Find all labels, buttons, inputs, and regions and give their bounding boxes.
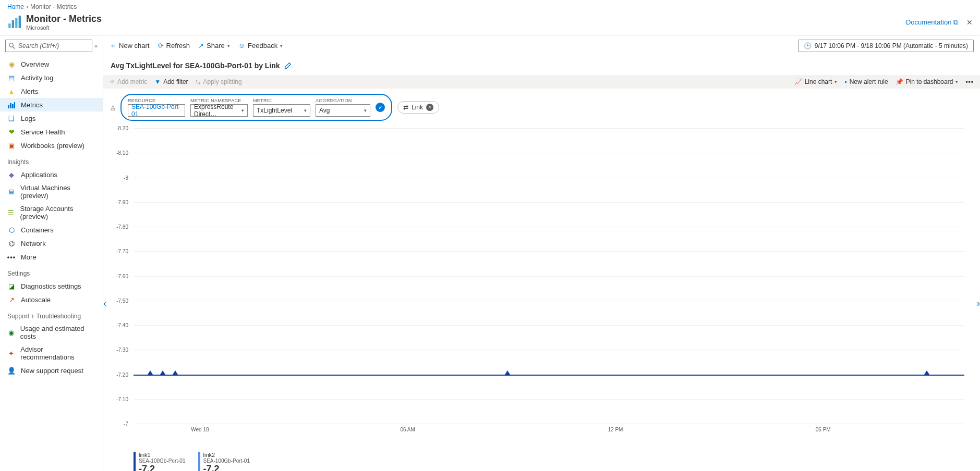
pin-icon: 📌 [896, 78, 903, 85]
sidebar-item-activity-log[interactable]: ▤Activity log [0, 71, 103, 84]
usage-icon: ◉ [7, 328, 15, 337]
sidebar-section-support: Support + Troubleshooting [0, 306, 103, 322]
sidebar-item-network[interactable]: ⌬Network [0, 237, 103, 250]
sidebar-item-new-support[interactable]: 👤New support request [0, 364, 103, 377]
sidebar-item-label: Applications [21, 171, 57, 179]
sidebar-item-autoscale[interactable]: ↗Autoscale [0, 293, 103, 306]
filter-label: Link [412, 104, 423, 111]
support-request-icon: 👤 [7, 366, 16, 375]
more-options-button[interactable]: ••• [965, 78, 974, 85]
sidebar-item-overview[interactable]: ◉Overview [0, 57, 103, 71]
sidebar-item-vms[interactable]: 🖥Virtual Machines (preview) [0, 181, 103, 202]
namespace-dropdown[interactable]: ExpressRoute Direct…▾ [190, 104, 248, 117]
resource-dropdown[interactable]: SEA-100Gb-Port-01 [128, 104, 185, 117]
search-input[interactable]: Search (Ctrl+/) [5, 40, 92, 52]
chevron-down-icon: ▾ [834, 79, 837, 84]
diagnostics-icon: ◪ [7, 282, 16, 290]
aggregation-label: Aggregation [316, 98, 370, 103]
data-marker [173, 370, 178, 375]
sidebar-item-containers[interactable]: ⬡Containers [0, 223, 103, 237]
sidebar-section-insights: Insights [0, 152, 103, 168]
button-label: Share [207, 42, 225, 49]
sidebar-item-alerts[interactable]: ▲Alerts [0, 84, 103, 98]
x-tick-label: Wed 18 [191, 427, 209, 432]
sidebar-item-advisor[interactable]: ✦Advisor recommendations [0, 343, 103, 364]
y-tick-label: -7.60 [116, 273, 128, 279]
sidebar-item-diagnostics[interactable]: ◪Diagnostics settings [0, 279, 103, 293]
more-icon: ••• [7, 253, 16, 261]
chevron-down-icon: ▾ [955, 79, 958, 84]
x-tick-label: 06 AM [401, 427, 415, 432]
y-axis-labels: -8.20-8.10-8-7.90-7.80-7.70-7.60-7.50-7.… [114, 128, 130, 424]
chevron-down-icon: ▾ [227, 43, 230, 48]
sidebar-item-more[interactable]: •••More [0, 250, 103, 264]
chart-plot[interactable] [134, 128, 964, 424]
activity-log-icon: ▤ [7, 73, 16, 82]
sidebar-item-label: Network [21, 240, 46, 247]
legend-item-link1[interactable]: link1 SEA-100Gb-Port-01 -7.2 [134, 452, 186, 471]
chart-prev-button[interactable]: ‹ [101, 295, 108, 311]
button-label: Line chart [805, 78, 832, 85]
metric-dropdown[interactable]: TxLightLevel▾ [253, 104, 310, 117]
feedback-icon: ☺ [238, 42, 245, 49]
button-label: Pin to dashboard [906, 78, 953, 85]
gridline [134, 301, 964, 301]
vm-icon: 🖥 [7, 188, 15, 196]
legend-value: -7.2 [203, 464, 250, 471]
new-chart-button[interactable]: ＋New chart [110, 41, 150, 51]
sidebar-item-label: New support request [21, 367, 83, 375]
sidebar-item-metrics[interactable]: Metrics [0, 98, 103, 111]
breadcrumb-separator: › [26, 3, 28, 10]
applications-icon: ◆ [7, 170, 16, 179]
edit-title-icon[interactable] [284, 62, 292, 69]
page-header: Monitor - Metrics Microsoft Documentatio… [0, 14, 980, 35]
y-tick-label: -8.20 [116, 126, 128, 131]
pin-dashboard-button[interactable]: 📌Pin to dashboard▾ [896, 78, 959, 85]
sidebar-item-label: Advisor recommendations [20, 345, 95, 361]
y-tick-label: -8.10 [116, 150, 128, 156]
sidebar-item-label: Alerts [21, 88, 38, 95]
aggregation-dropdown[interactable]: Avg▾ [316, 104, 370, 117]
share-button[interactable]: ↗Share▾ [198, 42, 230, 49]
svg-point-4 [9, 43, 14, 47]
page-title: Monitor - Metrics [26, 14, 102, 24]
sidebar-item-workbooks[interactable]: ▣Workbooks (preview) [0, 139, 103, 152]
button-label: New alert rule [850, 78, 888, 85]
chart-type-dropdown[interactable]: 📈Line chart▾ [794, 78, 838, 85]
documentation-link[interactable]: Documentation ⧉ [906, 18, 958, 27]
alerts-icon: ▲ [7, 87, 16, 95]
time-range-label: 9/17 10:06 PM - 9/18 10:06 PM (Automatic… [815, 42, 968, 49]
gridline [134, 276, 964, 277]
apply-splitting-button[interactable]: ⇆Apply splitting [196, 78, 242, 85]
x-axis-labels: Wed 1806 AM12 PM06 PM [134, 427, 964, 434]
svg-rect-9 [14, 102, 15, 108]
legend-name: link1 [139, 452, 186, 458]
refresh-button[interactable]: ⟳Refresh [158, 42, 190, 49]
sidebar-item-storage[interactable]: ☰Storage Accounts (preview) [0, 202, 103, 223]
sidebar-item-label: Activity log [21, 74, 53, 82]
data-marker [160, 370, 165, 375]
add-filter-button[interactable]: ▼Add filter [154, 78, 188, 85]
remove-filter-icon[interactable]: × [426, 104, 433, 111]
autoscale-icon: ↗ [7, 295, 16, 304]
button-label: New chart [119, 42, 150, 49]
sidebar-item-logs[interactable]: ❑Logs [0, 111, 103, 125]
filter-pill-link[interactable]: ⇄ Link × [397, 101, 439, 114]
sidebar-item-usage[interactable]: ◉Usage and estimated costs [0, 322, 103, 343]
sidebar-item-label: Logs [21, 115, 35, 122]
close-icon[interactable]: ✕ [966, 18, 973, 27]
sidebar-item-service-health[interactable]: ❤Service Health [0, 125, 103, 139]
selector-confirm-badge[interactable]: ✓ [376, 103, 385, 112]
legend-item-link2[interactable]: link2 SEA-100Gb-Port-01 -7.2 [198, 452, 250, 471]
add-metric-button[interactable]: ✧Add metric [110, 78, 147, 85]
chevron-down-icon: ▾ [364, 108, 367, 113]
collapse-sidebar-icon[interactable]: « [94, 43, 98, 49]
new-alert-button[interactable]: ▪New alert rule [844, 78, 888, 85]
data-marker [148, 370, 153, 375]
breadcrumb-home[interactable]: Home [7, 3, 24, 10]
sidebar-item-applications[interactable]: ◆Applications [0, 168, 103, 181]
y-tick-label: -7.30 [116, 347, 128, 353]
time-range-picker[interactable]: 🕒 9/17 10:06 PM - 9/18 10:06 PM (Automat… [798, 40, 974, 52]
feedback-button[interactable]: ☺Feedback▾ [238, 42, 283, 49]
chart-next-button[interactable]: › [975, 295, 980, 311]
